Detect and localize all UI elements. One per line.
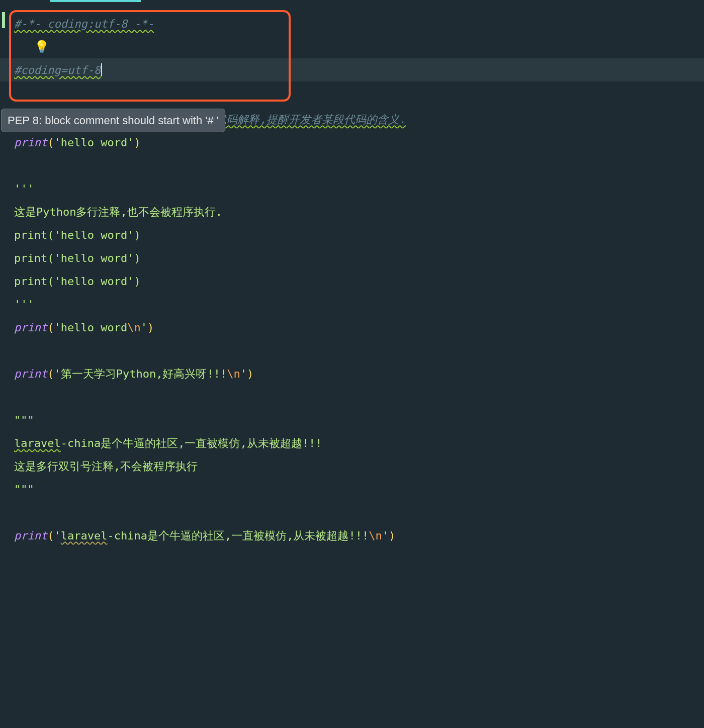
code-line-14[interactable]: """ [0, 408, 704, 431]
code-line-6[interactable]: ''' [0, 177, 704, 200]
string-word-laravel: laravel [61, 527, 108, 544]
triple-quote: ''' [14, 296, 34, 313]
code-line-17[interactable]: """ [0, 478, 704, 501]
docstring-text: -china是个牛逼的社区,一直被模仿,从未被超越!!! [61, 435, 322, 451]
triple-dquote: """ [14, 412, 34, 428]
code-line-16[interactable]: 这是多行双引号注释,不会被程序执行 [0, 454, 704, 478]
code-editor[interactable]: #-*- coding:utf-8 -*- 💡 #coding=utf-8 #注… [0, 0, 704, 547]
string-literal: 'hello word' [54, 134, 134, 151]
comment-coding-2: #coding=utf-8 [14, 62, 101, 78]
code-line-9[interactable]: print('hello word') [0, 246, 704, 269]
code-line-5[interactable]: print('hello word') [0, 131, 704, 154]
escape-sequence: \n [369, 527, 382, 544]
code-line-11[interactable]: ''' [0, 293, 704, 316]
code-line-15[interactable]: laravel-china是个牛逼的社区,一直被模仿,从未被超越!!! [0, 431, 704, 454]
keyword-print: print [14, 527, 47, 544]
keyword-print: print [14, 366, 47, 382]
triple-dquote: """ [14, 481, 34, 498]
docstring-text: print('hello word') [14, 227, 141, 243]
docstring-text: print('hello word') [14, 250, 141, 266]
code-line-18[interactable]: print('laravel-china是个牛逼的社区,一直被模仿,从未被超越!… [0, 524, 704, 547]
code-line-blank[interactable] [0, 385, 704, 408]
keyword-print: print [14, 319, 47, 336]
keyword-print: print [14, 134, 47, 151]
code-line-blank[interactable] [0, 339, 704, 362]
docstring-text: print('hello word') [14, 273, 141, 290]
comment-coding-1: #-*- coding:utf-8 -*- [14, 16, 154, 32]
string-literal: -china是个牛逼的社区,一直被模仿,从未被超越!!! [107, 527, 369, 544]
escape-sequence: \n [227, 366, 240, 382]
string-literal: 'hello word [54, 319, 127, 336]
docstring-word-laravel: laravel [14, 435, 61, 451]
code-line-2[interactable]: 💡 [0, 35, 704, 58]
docstring-text: 这是多行双引号注释,不会被程序执行 [14, 458, 198, 475]
escape-sequence: \n [127, 319, 141, 336]
code-line-10[interactable]: print('hello word') [0, 269, 704, 293]
code-line-7[interactable]: 这是Python多行注释,也不会被程序执行. [0, 200, 704, 223]
paren-close: ) [134, 134, 140, 151]
gutter-change-marker [2, 12, 5, 28]
code-line-blank[interactable] [0, 501, 704, 524]
string-literal: '第一天学习Python,好高兴呀!!! [54, 366, 227, 382]
triple-quote: ''' [14, 180, 34, 197]
text-cursor [101, 63, 102, 76]
lightbulb-icon[interactable]: 💡 [14, 38, 49, 56]
code-line-3-active[interactable]: #coding=utf-8 [0, 58, 704, 81]
docstring-text: 这是Python多行注释,也不会被程序执行. [14, 204, 222, 220]
code-line-8[interactable]: print('hello word') [0, 223, 704, 246]
pep8-warning-tooltip: PEP 8: block comment should start with '… [1, 109, 225, 132]
paren-open: ( [47, 134, 54, 151]
code-line-blank[interactable] [0, 154, 704, 177]
code-line-13[interactable]: print('第一天学习Python,好高兴呀!!!\n') [0, 362, 704, 385]
code-line-12[interactable]: print('hello word\n') [0, 316, 704, 339]
code-line-1[interactable]: #-*- coding:utf-8 -*- [0, 12, 704, 35]
